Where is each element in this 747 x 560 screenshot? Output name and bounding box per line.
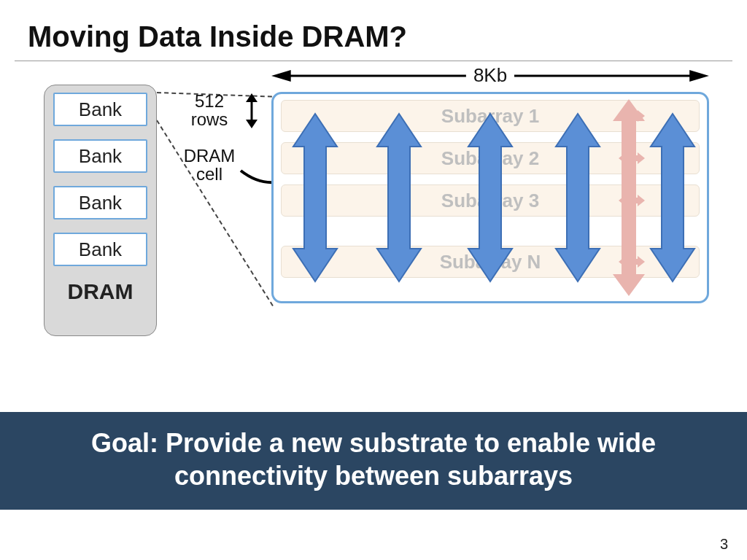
page-number: 3 xyxy=(720,536,728,553)
bank-1: Bank xyxy=(53,139,147,173)
svg-marker-11 xyxy=(619,256,645,268)
subarray-panel: Subarray 1 Subarray 2 Subarray 3 Subarra… xyxy=(271,92,709,303)
annotation-dram-cell: DRAM cell xyxy=(177,147,242,183)
bank-3: Bank xyxy=(53,233,147,266)
subarray-1-label: Subarray 1 xyxy=(441,105,539,128)
subarray-1: Subarray 1 xyxy=(281,100,700,132)
subarray-3-label: Subarray 3 xyxy=(441,190,539,212)
rows-double-arrow-icon xyxy=(242,93,261,128)
svg-marker-8 xyxy=(619,110,645,122)
diagram-stage: Bank Bank Bank Bank DRAM 512 rows DRAM c… xyxy=(23,77,724,354)
subarray-3: Subarray 3 xyxy=(281,184,700,217)
title-rule xyxy=(15,61,732,61)
svg-marker-7 xyxy=(689,70,709,82)
svg-marker-5 xyxy=(271,70,291,82)
width-indicator: 8Kb xyxy=(271,64,709,87)
red-arrow-1-icon xyxy=(619,109,645,123)
svg-marker-10 xyxy=(619,195,645,206)
red-arrow-n-icon xyxy=(619,254,645,269)
arrow-left-icon xyxy=(271,69,466,83)
red-arrow-3-icon xyxy=(619,193,645,208)
subarray-2: Subarray 2 xyxy=(281,142,700,174)
width-label: 8Kb xyxy=(466,64,514,87)
dram-box: Bank Bank Bank Bank DRAM xyxy=(44,85,157,336)
subarray-2-label: Subarray 2 xyxy=(441,147,539,170)
svg-marker-1 xyxy=(246,93,258,102)
red-arrow-2-icon xyxy=(619,151,645,166)
dram-label: DRAM xyxy=(53,279,147,304)
goal-bar: Goal: Provide a new substrate to enable … xyxy=(0,412,747,510)
bank-0: Bank xyxy=(53,93,147,126)
svg-marker-9 xyxy=(619,152,645,164)
svg-marker-2 xyxy=(246,120,258,128)
subarray-n-label: Subarray N xyxy=(440,251,541,273)
annotation-512-rows: 512 rows xyxy=(177,92,242,128)
subarray-n: Subarray N xyxy=(281,246,700,278)
bank-2: Bank xyxy=(53,186,147,219)
slide-title: Moving Data Inside DRAM? xyxy=(0,0,747,61)
arrow-right-icon xyxy=(514,69,709,83)
